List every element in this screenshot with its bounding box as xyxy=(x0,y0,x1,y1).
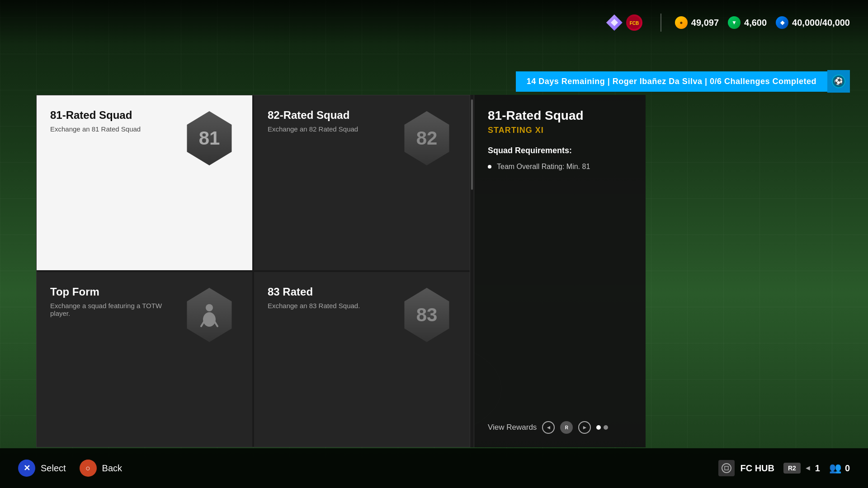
card-title-83: 83 Rated xyxy=(268,286,397,298)
top-bar: FCB ● 49,097 ▼ 4,600 ◆ 40,000/40,000 xyxy=(0,0,868,45)
back-label: Back xyxy=(102,463,122,474)
nav-arrow-right[interactable]: ► xyxy=(578,421,591,434)
card-info-81: 81-Rated Squad Exchange an 81 Rated Squa… xyxy=(50,109,180,133)
panel-title: 81-Rated Squad xyxy=(488,108,632,123)
green-coin-icon: ▼ xyxy=(728,16,741,29)
squad-card-topform[interactable]: Top Form Exchange a squad featuring a TO… xyxy=(37,272,252,447)
fc-hub-label: FC HUB xyxy=(740,463,774,474)
back-action[interactable]: ○ Back xyxy=(80,460,122,477)
card-title-topform: Top Form xyxy=(50,286,180,298)
select-label: Select xyxy=(41,463,66,474)
card-badge-82: 82 xyxy=(397,109,456,168)
svg-text:⚽: ⚽ xyxy=(834,77,843,85)
divider xyxy=(660,14,661,32)
card-title-81: 81-Rated Squad xyxy=(50,109,180,122)
hex-badge-82: 82 xyxy=(402,111,452,165)
fc-hub-button[interactable]: FC HUB xyxy=(718,460,774,476)
club-badge: FCB xyxy=(626,14,642,31)
hex-badge-81: 81 xyxy=(184,111,234,165)
bottom-right: FC HUB R2 ◄ 1 👥 0 xyxy=(718,460,850,476)
card-info-topform: Top Form Exchange a squad featuring a TO… xyxy=(50,286,180,317)
hex-badge-83: 83 xyxy=(402,288,452,342)
nav-arrow-left[interactable]: ◄ xyxy=(542,421,555,434)
points2-display: ◆ 40,000/40,000 xyxy=(776,16,850,29)
scroll-thumb xyxy=(471,99,473,190)
card-desc-topform: Exchange a squad featuring a TOTW player… xyxy=(50,302,180,317)
card-desc-82: Exchange an 82 Rated Squad xyxy=(268,125,397,133)
card-desc-81: Exchange an 81 Rated Squad xyxy=(50,125,180,133)
svg-point-11 xyxy=(722,464,731,473)
bottom-left: ✕ Select ○ Back xyxy=(18,460,122,477)
squad-grid: 81-Rated Squad Exchange an 81 Rated Squa… xyxy=(36,95,470,447)
nav-dots xyxy=(596,425,608,430)
points1-value: 4,600 xyxy=(744,18,767,28)
nav-r-button[interactable]: R xyxy=(560,421,573,434)
card-badge-topform xyxy=(180,286,239,344)
nav-arrow-left-icon: ◄ xyxy=(804,464,811,472)
banner-icon: ⚽ xyxy=(827,70,850,93)
panel-subtitle: STARTING XI xyxy=(488,126,632,135)
squad-card-83[interactable]: 83 Rated Exchange an 83 Rated Squad. 83 xyxy=(254,272,470,447)
req-text-0: Team Overall Rating: Min. 81 xyxy=(497,163,590,171)
banner-text: 14 Days Remaining | Roger Ibañez Da Silv… xyxy=(516,71,827,92)
gem-icon xyxy=(606,14,623,31)
club-icons: FCB xyxy=(606,14,642,31)
main-content: 81-Rated Squad Exchange an 81 Rated Squa… xyxy=(36,95,850,447)
coins-display: ● 49,097 xyxy=(675,16,719,29)
hex-badge-topform xyxy=(184,288,234,342)
view-rewards-label: View Rewards xyxy=(488,423,537,432)
o-button-icon: ○ xyxy=(80,460,97,477)
nav-counter-group: R2 ◄ 1 xyxy=(783,463,820,474)
coins-value: 49,097 xyxy=(691,18,719,28)
gold-coin-icon: ● xyxy=(675,16,688,29)
people-counter-group: 👥 0 xyxy=(829,462,850,474)
req-dot xyxy=(488,165,491,169)
requirements-title: Squad Requirements: xyxy=(488,146,632,155)
squad-card-82[interactable]: 82-Rated Squad Exchange an 82 Rated Squa… xyxy=(254,95,470,270)
svg-text:FCB: FCB xyxy=(630,21,639,26)
fc-hub-icon xyxy=(718,460,735,476)
points2-value: 40,000/40,000 xyxy=(792,18,850,28)
x-button-icon: ✕ xyxy=(18,460,35,477)
card-badge-81: 81 xyxy=(180,109,239,168)
svg-marker-0 xyxy=(611,19,618,26)
blue-coin-icon: ◆ xyxy=(776,16,788,29)
points1-display: ▼ 4,600 xyxy=(728,16,767,29)
bottom-bar: ✕ Select ○ Back FC HUB R2 ◄ 1 👥 0 xyxy=(0,448,868,488)
nav-counter-value: 1 xyxy=(815,463,820,474)
scroll-indicator xyxy=(470,95,474,447)
people-counter-value: 0 xyxy=(845,463,850,474)
nav-dot-2 xyxy=(604,425,608,430)
card-title-82: 82-Rated Squad xyxy=(268,109,397,122)
card-badge-83: 83 xyxy=(397,286,456,344)
r2-button: R2 xyxy=(783,463,801,474)
people-icon: 👥 xyxy=(829,462,841,474)
nav-dot-1 xyxy=(596,425,601,430)
requirement-item-0: Team Overall Rating: Min. 81 xyxy=(488,163,632,171)
svg-point-5 xyxy=(206,304,213,311)
right-panel: 81-Rated Squad STARTING XI Squad Require… xyxy=(474,95,646,447)
challenge-banner: 14 Days Remaining | Roger Ibañez Da Silv… xyxy=(516,70,850,93)
currency-area: FCB ● 49,097 ▼ 4,600 ◆ 40,000/40,000 xyxy=(606,14,850,32)
card-info-83: 83 Rated Exchange an 83 Rated Squad. xyxy=(268,286,397,310)
select-action[interactable]: ✕ Select xyxy=(18,460,66,477)
card-info-82: 82-Rated Squad Exchange an 82 Rated Squa… xyxy=(268,109,397,133)
squad-card-81[interactable]: 81-Rated Squad Exchange an 81 Rated Squa… xyxy=(37,95,252,270)
view-rewards-area: View Rewards ◄ R ► xyxy=(488,421,632,434)
card-desc-83: Exchange an 83 Rated Squad. xyxy=(268,302,397,310)
